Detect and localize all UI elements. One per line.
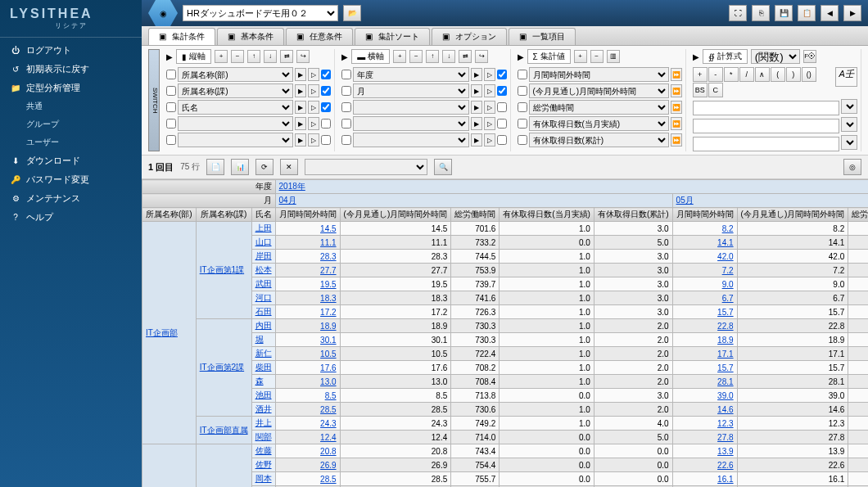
cfg-check[interactable] bbox=[518, 102, 527, 112]
cfg-field-select[interactable] bbox=[353, 116, 468, 131]
name-cell[interactable]: 森 bbox=[251, 375, 275, 389]
val-cell[interactable]: 28.5 bbox=[275, 472, 340, 486]
name-cell[interactable]: 佐藤 bbox=[251, 444, 275, 458]
name-cell[interactable]: 岡本 bbox=[251, 472, 275, 486]
name-cell[interactable]: 池田 bbox=[251, 389, 275, 403]
nav-item[interactable]: ⬇ダウンロード bbox=[0, 151, 142, 170]
cfg-open[interactable]: ▶ bbox=[295, 84, 306, 97]
nav-item[interactable]: ⚙メンテナンス bbox=[0, 189, 142, 208]
cfg-play[interactable]: ▷ bbox=[308, 101, 319, 114]
cfg-enable-check[interactable] bbox=[497, 135, 507, 145]
cfg-check[interactable] bbox=[166, 119, 176, 129]
val-cell[interactable]: 24.3 bbox=[275, 417, 340, 431]
cfg-field-select[interactable]: 総労働時間 bbox=[529, 100, 669, 115]
val-cell[interactable]: 14.1 bbox=[672, 236, 737, 250]
cfg-open[interactable]: ▶ bbox=[471, 84, 482, 97]
open-folder-button[interactable]: 📂 bbox=[343, 5, 361, 21]
app-hex-icon[interactable]: ◉ bbox=[148, 0, 178, 26]
cfg-fwd[interactable]: ⏩ bbox=[671, 68, 682, 81]
col-header[interactable]: 有休取得日数(累計) bbox=[594, 208, 672, 222]
val-cell[interactable]: 18.3 bbox=[275, 291, 340, 305]
cfg-check[interactable] bbox=[341, 119, 351, 129]
cfg-play[interactable]: ▷ bbox=[484, 68, 495, 81]
col-header[interactable]: 総労働時間 bbox=[848, 208, 868, 222]
name-cell[interactable]: 石田 bbox=[251, 305, 275, 319]
cfg-field-select[interactable]: 月間時間外時間 bbox=[529, 67, 669, 82]
cfg-play[interactable]: ▷ bbox=[484, 101, 495, 114]
section-cell[interactable]: IT推進第1課 bbox=[196, 444, 251, 488]
val-cell[interactable]: 14.5 bbox=[275, 222, 340, 236]
cfg-play[interactable]: ▷ bbox=[484, 117, 495, 130]
cfg-enable-check[interactable] bbox=[497, 86, 507, 96]
cfg-check[interactable] bbox=[518, 70, 527, 79]
formula-input-2[interactable] bbox=[693, 119, 839, 133]
val-cell[interactable]: 15.7 bbox=[672, 305, 737, 319]
op-btn[interactable]: () bbox=[802, 67, 816, 82]
tab[interactable]: ▣集計条件 bbox=[148, 28, 215, 45]
cfg-check[interactable] bbox=[518, 135, 527, 145]
cfg-check[interactable] bbox=[166, 70, 176, 79]
name-cell[interactable]: 佐野 bbox=[251, 458, 275, 472]
month-link[interactable]: 04月 bbox=[279, 196, 296, 205]
cfg-open[interactable]: ▶ bbox=[295, 68, 306, 81]
cfg-play[interactable]: ▷ bbox=[308, 84, 319, 97]
add-btn[interactable]: + bbox=[574, 50, 587, 63]
expand-button[interactable]: ⛶ bbox=[729, 5, 747, 21]
cfg-play[interactable]: ▷ bbox=[308, 133, 319, 147]
nav-subitem[interactable]: ユーザー bbox=[0, 133, 142, 151]
cfg-field-select[interactable] bbox=[178, 133, 293, 147]
name-cell[interactable]: 内田 bbox=[251, 319, 275, 333]
col-header[interactable]: 所属名称(課) bbox=[196, 208, 251, 222]
val-cell[interactable]: 13.9 bbox=[672, 444, 737, 458]
cfg-check[interactable] bbox=[166, 135, 176, 145]
cfg-field-select[interactable]: 有休取得日数(累計) bbox=[529, 133, 669, 147]
val-cell[interactable]: 27.8 bbox=[672, 431, 737, 444]
settings-icon[interactable]: ◎ bbox=[843, 159, 861, 175]
cfg-field-select[interactable]: 氏名 bbox=[178, 100, 293, 115]
switch-handle[interactable]: SWITCH bbox=[148, 49, 160, 151]
section-cell[interactable]: IT企画第2課 bbox=[196, 319, 251, 417]
up-btn[interactable]: ↑ bbox=[247, 50, 260, 63]
cfg-check[interactable] bbox=[341, 70, 351, 79]
val-cell[interactable]: 39.0 bbox=[672, 389, 737, 403]
cfg-enable-check[interactable] bbox=[321, 119, 331, 129]
section-cell[interactable]: IT企画部直属 bbox=[196, 417, 251, 444]
refresh-button[interactable]: ⟳ bbox=[255, 159, 274, 175]
nav-subitem[interactable]: グループ bbox=[0, 115, 142, 133]
nav-item[interactable]: ↺初期表示に戻す bbox=[0, 60, 142, 79]
year-link[interactable]: 2018年 bbox=[279, 182, 305, 191]
dept-cell[interactable]: IT企画部 bbox=[142, 222, 197, 444]
name-cell[interactable]: 山口 bbox=[251, 236, 275, 250]
val-cell[interactable]: 18.9 bbox=[275, 319, 340, 333]
val-cell[interactable]: 8.5 bbox=[275, 389, 340, 403]
redo-btn[interactable]: ↪ bbox=[475, 50, 488, 63]
export-button[interactable]: ⎘ bbox=[752, 5, 770, 21]
col-header[interactable]: (今月見通し)月間時間外時間 bbox=[340, 208, 451, 222]
cfg-fwd[interactable]: ⏩ bbox=[671, 133, 682, 147]
col-header[interactable]: 有休取得日数(当月実績) bbox=[500, 208, 594, 222]
filter-btn[interactable]: ▥ bbox=[607, 50, 620, 63]
name-cell[interactable]: 河口 bbox=[251, 291, 275, 305]
val-cell[interactable]: 13.0 bbox=[275, 375, 340, 389]
val-cell[interactable]: 19.5 bbox=[275, 277, 340, 291]
name-cell[interactable]: 堀 bbox=[251, 333, 275, 347]
val-cell[interactable]: 9.0 bbox=[672, 277, 737, 291]
cfg-field-select[interactable]: 月 bbox=[353, 83, 468, 98]
val-cell[interactable]: 27.7 bbox=[275, 264, 340, 277]
cfg-check[interactable] bbox=[166, 86, 176, 96]
val-cell[interactable]: 17.6 bbox=[275, 361, 340, 375]
dept-cell[interactable]: IT推進部 bbox=[142, 444, 197, 488]
cfg-open[interactable]: ▶ bbox=[295, 117, 306, 130]
cfg-play[interactable]: ▷ bbox=[308, 68, 319, 81]
clear-button[interactable]: ✕ bbox=[280, 159, 298, 175]
cfg-enable-check[interactable] bbox=[321, 102, 331, 112]
val-cell[interactable]: 28.5 bbox=[275, 403, 340, 417]
col-header[interactable]: 所属名称(部) bbox=[142, 208, 197, 222]
down-btn[interactable]: ↓ bbox=[442, 50, 455, 63]
op-btn[interactable]: ) bbox=[786, 67, 801, 82]
cfg-check[interactable] bbox=[341, 86, 351, 96]
nav-item[interactable]: ?ヘルプ bbox=[0, 208, 142, 227]
cfg-check[interactable] bbox=[518, 119, 527, 129]
cfg-field-select[interactable]: (今月見通し)月間時間外時間 bbox=[529, 83, 669, 98]
val-cell[interactable]: 20.8 bbox=[275, 444, 340, 458]
